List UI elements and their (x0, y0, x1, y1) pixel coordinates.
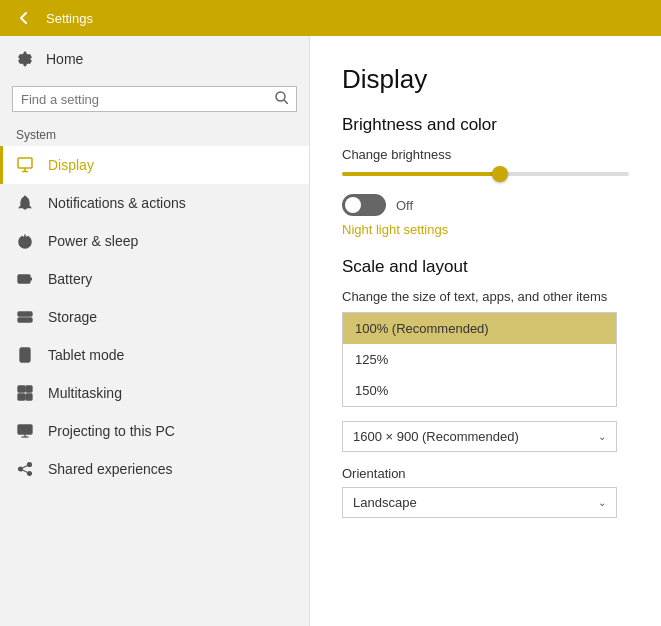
search-icon (275, 91, 288, 107)
scale-description: Change the size of text, apps, and other… (342, 289, 629, 304)
sidebar-tablet-label: Tablet mode (48, 347, 124, 363)
sidebar: Home System Display (0, 36, 310, 626)
sidebar-item-multitasking[interactable]: Multitasking (0, 374, 309, 412)
svg-line-27 (23, 466, 28, 469)
sidebar-power-label: Power & sleep (48, 233, 138, 249)
svg-point-15 (24, 359, 26, 361)
sidebar-item-notifications[interactable]: Notifications & actions (0, 184, 309, 222)
scale-dropdown-list: 100% (Recommended) 125% 150% (342, 312, 617, 407)
sidebar-projecting-label: Projecting to this PC (48, 423, 175, 439)
brightness-section-title: Brightness and color (342, 115, 629, 135)
sidebar-item-battery[interactable]: Battery (0, 260, 309, 298)
resolution-dropdown[interactable]: 1600 × 900 (Recommended) ⌄ (342, 421, 617, 452)
svg-line-28 (23, 470, 28, 473)
scale-option-100[interactable]: 100% (Recommended) (343, 313, 616, 344)
brightness-label: Change brightness (342, 147, 629, 162)
night-light-status: Off (396, 198, 413, 213)
main-layout: Home System Display (0, 36, 661, 626)
sidebar-section-label: System (0, 120, 309, 146)
tablet-icon (16, 346, 34, 364)
page-title: Display (342, 64, 629, 95)
back-button[interactable] (12, 6, 36, 30)
orientation-value: Landscape (353, 495, 417, 510)
svg-rect-11 (18, 318, 32, 322)
svg-rect-18 (26, 386, 32, 392)
orientation-dropdown[interactable]: Landscape ⌄ (342, 487, 617, 518)
svg-line-2 (284, 100, 288, 104)
search-input[interactable] (21, 92, 275, 107)
search-box[interactable] (12, 86, 297, 112)
svg-rect-3 (18, 158, 32, 168)
sidebar-display-label: Display (48, 157, 94, 173)
resolution-value: 1600 × 900 (Recommended) (353, 429, 519, 444)
brightness-slider-container: Change brightness (342, 147, 629, 176)
sidebar-item-shared[interactable]: Shared experiences (0, 450, 309, 488)
content-area: Display Brightness and color Change brig… (310, 36, 661, 626)
svg-rect-17 (18, 394, 25, 400)
svg-point-25 (28, 472, 32, 476)
title-bar: Settings (0, 0, 661, 36)
sidebar-item-power[interactable]: Power & sleep (0, 222, 309, 260)
sidebar-item-home[interactable]: Home (0, 36, 309, 82)
scale-option-150[interactable]: 150% (343, 375, 616, 406)
scale-section-title: Scale and layout (342, 257, 629, 277)
svg-point-13 (28, 319, 30, 321)
svg-rect-10 (18, 312, 32, 316)
sidebar-item-tablet[interactable]: Tablet mode (0, 336, 309, 374)
battery-icon (16, 270, 34, 288)
sidebar-item-storage[interactable]: Storage (0, 298, 309, 336)
shared-icon (16, 460, 34, 478)
sidebar-item-display[interactable]: Display (0, 146, 309, 184)
sidebar-home-label: Home (46, 51, 83, 67)
svg-rect-9 (20, 277, 27, 282)
toggle-knob (345, 197, 361, 213)
svg-rect-16 (18, 386, 25, 392)
night-light-toggle[interactable] (342, 194, 386, 216)
resolution-chevron-icon: ⌄ (598, 431, 606, 442)
projecting-icon (16, 422, 34, 440)
slider-fill (342, 172, 500, 176)
storage-icon (16, 308, 34, 326)
orientation-label: Orientation (342, 466, 629, 481)
scale-option-125[interactable]: 125% (343, 344, 616, 375)
sidebar-multitasking-label: Multitasking (48, 385, 122, 401)
window-title: Settings (46, 11, 93, 26)
night-light-row: Off (342, 194, 629, 216)
slider-thumb[interactable] (492, 166, 508, 182)
notifications-icon (16, 194, 34, 212)
sidebar-shared-label: Shared experiences (48, 461, 173, 477)
sidebar-notifications-label: Notifications & actions (48, 195, 186, 211)
sidebar-battery-label: Battery (48, 271, 92, 287)
multitasking-icon (16, 384, 34, 402)
power-icon (16, 232, 34, 250)
svg-point-26 (19, 467, 23, 471)
brightness-slider[interactable] (342, 172, 629, 176)
svg-point-12 (28, 313, 30, 315)
svg-point-6 (24, 196, 26, 198)
svg-rect-8 (30, 278, 32, 281)
svg-point-24 (28, 463, 32, 467)
sidebar-item-projecting[interactable]: Projecting to this PC (0, 412, 309, 450)
svg-rect-19 (26, 394, 32, 400)
sidebar-storage-label: Storage (48, 309, 97, 325)
night-light-settings-link[interactable]: Night light settings (342, 222, 629, 237)
orientation-chevron-icon: ⌄ (598, 497, 606, 508)
home-icon (16, 50, 34, 68)
display-icon (16, 156, 34, 174)
